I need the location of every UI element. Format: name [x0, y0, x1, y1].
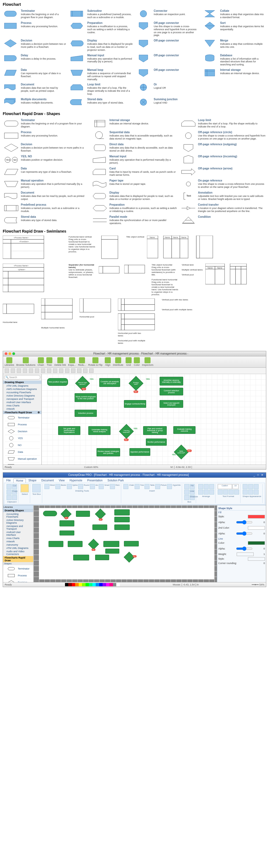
palette-item[interactable]: NO [5, 442, 40, 449]
library-item[interactable]: Aerospace and Transport [5, 525, 32, 530]
ribbon-tab[interactable]: Document [39, 478, 56, 483]
palette-header[interactable]: Flowcharts Rapid Draw⚙ [3, 411, 41, 414]
tool-icon[interactable] [71, 369, 75, 373]
shadow-button[interactable] [184, 495, 189, 500]
ribbon-tab[interactable]: Shape [26, 478, 39, 483]
palette-item[interactable]: Process [5, 421, 40, 428]
library-item[interactable]: Accounting Flowcharts [5, 513, 32, 519]
weight-select[interactable] [237, 553, 254, 556]
fill-style-swatch[interactable] [248, 515, 265, 519]
library-list[interactable]: Drawing Shapes ATM UML DiagramsAWS Archi… [3, 380, 41, 465]
library-item[interactable]: Accounting Flowcharts [5, 391, 40, 394]
toolbar-button[interactable]: Tree [46, 357, 53, 366]
alpha-slider[interactable] [236, 520, 253, 525]
palette-item[interactable]: Data [5, 449, 40, 456]
toolbar-button[interactable]: Align [105, 357, 111, 366]
node-process[interactable]: Appraise performance [129, 448, 150, 456]
library-item[interactable]: ATM UML Diagrams [5, 547, 32, 550]
toolbar-button[interactable]: Libraries [5, 357, 14, 366]
library-item[interactable]: Artwork [5, 540, 32, 543]
toolbar-button[interactable]: Chain [38, 357, 44, 366]
node-process[interactable]: Undertake training needs analysis [88, 426, 110, 435]
library-item[interactable]: Android User Interface [5, 401, 40, 404]
gear-icon[interactable]: ⚙ [38, 411, 40, 414]
library-item[interactable]: Astronomy [5, 543, 32, 547]
node-process[interactable]: Induction process [75, 410, 97, 417]
node-terminator[interactable]: New position required [47, 378, 68, 386]
tool-icon[interactable] [53, 369, 57, 373]
paste-button[interactable] [7, 495, 11, 500]
drawtool-button[interactable] [90, 484, 95, 489]
node-process[interactable]: Conduct selection process [160, 388, 183, 396]
tool-icon[interactable] [5, 369, 9, 373]
cut-button[interactable] [7, 484, 11, 489]
ribbon-tab[interactable]: Presentation [85, 478, 105, 483]
win-titlebar[interactable]: ConceptDraw PRO - [Flowchart - HR manage… [3, 472, 266, 478]
palette-item[interactable]: Decision [5, 579, 32, 582]
node-process[interactable]: Advertise vacancy internally or external… [160, 377, 183, 385]
insert-button[interactable] [155, 484, 160, 489]
palette-item[interactable]: Decision [5, 428, 40, 435]
tool-icon[interactable] [23, 369, 27, 373]
ribbon-tabs[interactable]: FileHomeShapeDocumentViewHypernotePresen… [4, 478, 265, 483]
minimize-icon[interactable]: _ [252, 473, 256, 476]
line-alpha-slider[interactable] [236, 547, 253, 551]
library-item[interactable]: Area Charts [5, 536, 32, 540]
drawtool-button[interactable] [67, 484, 72, 489]
textbox-button[interactable] [32, 484, 41, 492]
insert-button[interactable] [167, 484, 172, 489]
library-item[interactable]: Active Directory Diagrams [5, 519, 32, 525]
maximize-icon[interactable]: □ [256, 473, 260, 476]
toolbar-button[interactable]: Delete link [55, 357, 66, 366]
toolbar-button[interactable]: Rotate & Flip [88, 357, 103, 366]
ribbon-tab[interactable]: Hypernote [67, 478, 85, 483]
library-item[interactable]: Audio and Video Connectors [5, 550, 32, 556]
tool-icon[interactable] [65, 369, 69, 373]
toolbar-button[interactable]: Redu... [78, 357, 86, 366]
toolbar-button[interactable]: Grid [126, 357, 132, 366]
node-decision[interactable]: Training required? [119, 424, 134, 439]
node-decision[interactable]: Skills achieved? [174, 444, 189, 459]
canvas[interactable]: New position required Recruit new person… [42, 374, 266, 465]
palette-item[interactable]: Document [5, 462, 40, 465]
palette-item[interactable]: Manual operation [5, 456, 40, 462]
toolbar-button[interactable]: Color [134, 357, 140, 366]
node-process[interactable]: Evaluate training outcome [173, 426, 196, 434]
node-process[interactable]: Move current employee to the new positio… [75, 393, 97, 402]
palette-item[interactable]: Process [5, 572, 32, 579]
library-item[interactable]: ATM UML Diagrams [5, 384, 40, 388]
drawtool-button[interactable] [78, 484, 83, 489]
win-canvas[interactable]: NO NO NO NO [33, 505, 217, 582]
library-item[interactable]: Android User Interface [5, 530, 32, 536]
node-process[interactable]: Plan and conduct individual or group tra… [143, 426, 167, 435]
tool-icon[interactable] [11, 369, 15, 373]
library-item[interactable]: Active Directory Diagrams [5, 394, 40, 397]
alpha2-slider[interactable] [236, 531, 253, 536]
mac-window-controls[interactable] [5, 352, 15, 355]
mac-titlebar[interactable]: Flowchart - HR management process - Flow… [3, 351, 266, 356]
drawtool-button[interactable] [99, 484, 104, 489]
palette-item[interactable]: Terminator [5, 565, 32, 572]
zoom-slider[interactable]: ━━●━━ [252, 583, 259, 586]
select-button[interactable] [21, 484, 29, 492]
node-process[interactable]: Set goals and performance expectations [58, 426, 80, 435]
close-icon[interactable]: ✕ [260, 473, 264, 476]
tool-icon[interactable] [77, 369, 81, 373]
second-color-swatch[interactable] [248, 526, 265, 530]
library-item[interactable]: AWS Architecture Diagrams [5, 388, 40, 391]
node-process[interactable]: Consider job analysis Job description [99, 378, 120, 387]
tool-icon[interactable] [41, 369, 45, 373]
drawtool-button[interactable] [56, 484, 60, 489]
zoom-label[interactable]: Custom 60% [84, 466, 98, 468]
line-color-swatch[interactable] [248, 541, 265, 545]
library-header[interactable]: Drawing Shapes [3, 380, 41, 384]
toolbar-button[interactable]: Distribute [113, 357, 124, 366]
library-item[interactable]: Artwork [5, 407, 40, 410]
ribbon-tab[interactable]: File [4, 478, 13, 483]
node-process[interactable]: Select and appoint employee [160, 400, 183, 408]
fill-button[interactable] [184, 484, 189, 489]
tool-icon[interactable] [35, 369, 39, 373]
line-button[interactable] [184, 490, 189, 495]
toolbar-button[interactable]: Inspectors [142, 357, 154, 366]
tool-icon[interactable] [83, 369, 88, 373]
